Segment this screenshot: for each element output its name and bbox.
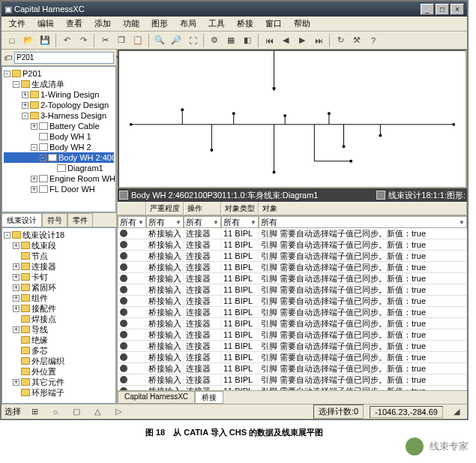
tree-item[interactable]: +2-Topology Design — [4, 100, 114, 110]
tab-线束设计[interactable]: 线束设计 — [1, 213, 42, 227]
config-icon[interactable]: ⚒ — [349, 33, 364, 48]
new-icon[interactable]: □ — [4, 33, 19, 48]
tree-item[interactable]: Diagram1 — [4, 163, 114, 173]
tree-item[interactable]: +连接器 — [4, 261, 114, 272]
tree-item[interactable]: -Body WH 2:400(2) — [4, 152, 114, 163]
grid-row[interactable]: 桥接输入连接器11 BIPL引脚 需要自动选择端子值已同步。新值：true — [118, 296, 467, 307]
status-tool1-icon[interactable]: ⊞ — [27, 404, 42, 419]
expand-icon[interactable]: + — [31, 123, 37, 130]
menu-工具[interactable]: 工具 — [204, 17, 229, 31]
grid-row[interactable]: 桥接输入连接器11 BIPL引脚 需要自动选择端子值已同步。新值：true — [118, 329, 467, 341]
search-icon[interactable]: 🏷 — [3, 50, 13, 65]
status-tool3-icon[interactable]: ▢ — [69, 404, 84, 419]
grid-row[interactable]: 桥接输入连接器11 BIPL引脚 需要自动选择端子值已同步。新值：true — [118, 228, 467, 239]
expand-icon[interactable]: + — [13, 326, 19, 333]
zoom-out-icon[interactable]: 🔎 — [169, 33, 184, 48]
grid-body[interactable]: 桥接输入连接器11 BIPL引脚 需要自动选择端子值已同步。新值：true桥接输… — [118, 228, 467, 390]
grid-row[interactable]: 桥接输入连接器11 BIPL引脚 需要自动选择端子值已同步。新值：true — [118, 341, 467, 352]
status-tool4-icon[interactable]: △ — [90, 404, 105, 419]
copy-icon[interactable]: ❐ — [114, 33, 129, 48]
undo-icon[interactable]: ↶ — [59, 33, 74, 48]
tree-item[interactable]: -P201 — [4, 68, 114, 79]
expand-icon[interactable]: + — [31, 176, 37, 182]
save-icon[interactable]: 💾 — [37, 33, 52, 48]
tree-item[interactable]: 多芯 — [4, 345, 114, 356]
expand-icon[interactable]: - — [22, 113, 28, 119]
expand-icon[interactable]: + — [13, 379, 19, 386]
search-input[interactable] — [14, 52, 114, 64]
expand-icon[interactable]: - — [4, 232, 10, 239]
grid-row[interactable]: 桥接输入连接器11 BIPL引脚 需要自动选择端子值已同步。新值：true — [118, 239, 467, 251]
project-tree[interactable]: -P201-生成清单+1-Wiring Design+2-Topology De… — [1, 66, 116, 212]
minimize-button[interactable]: _ — [421, 4, 434, 15]
tree-item[interactable]: 环形端子 — [4, 387, 114, 398]
grid-row[interactable]: 桥接输入连接器11 BIPL引脚 需要自动选择端子值已同步。新值：true — [118, 374, 467, 386]
grid-row[interactable]: 桥接输入连接器11 BIPL引脚 需要自动选择端子值已同步。新值：true — [118, 262, 467, 273]
tree-item[interactable]: +其它元件 — [4, 377, 114, 387]
tree-item[interactable]: Body WH 1 — [4, 131, 114, 142]
design-tree[interactable]: -线束设计18+线束段节点+连接器+卡钉+紧固环+组件+接配件焊接点+导线绝缘多… — [1, 227, 116, 404]
fit-icon[interactable]: ⛶ — [185, 33, 200, 48]
refresh-icon[interactable]: ↻ — [333, 33, 348, 48]
expand-icon[interactable]: + — [13, 295, 19, 302]
grid-row[interactable]: 桥接输入连接器11 BIPL引脚 需要自动选择端子值已同步。新值：true — [118, 363, 467, 374]
cut-icon[interactable]: ✂ — [97, 33, 112, 48]
grid-filter-cell[interactable]: 所有▼ — [146, 216, 184, 228]
tab-零件[interactable]: 零件 — [67, 213, 93, 227]
grid-header-cell[interactable]: 对象类型 — [221, 202, 259, 215]
grid-row[interactable]: 桥接输入连接器11 BIPL引脚 需要自动选择端子值已同步。新值：true — [118, 307, 467, 318]
tree-item[interactable]: -3-Harness Design — [4, 110, 114, 121]
tree-item[interactable]: -线束设计18 — [4, 230, 114, 240]
dropdown-icon[interactable]: ▼ — [250, 219, 256, 226]
expand-icon[interactable]: + — [13, 284, 19, 291]
expand-icon[interactable]: - — [13, 81, 19, 88]
menu-图形[interactable]: 图形 — [147, 17, 172, 31]
tree-item[interactable]: 外位置 — [4, 366, 114, 377]
nav-last-icon[interactable]: ⏭ — [311, 33, 326, 48]
tree-item[interactable]: 焊接点 — [4, 314, 114, 324]
menu-文件[interactable]: 文件 — [4, 17, 30, 31]
redo-icon[interactable]: ↷ — [76, 33, 91, 48]
expand-icon[interactable]: + — [31, 186, 37, 193]
bottom-tab[interactable]: Capital HarnessXC — [118, 391, 195, 404]
tree-item[interactable]: 外层编织 — [4, 356, 114, 366]
tree-item[interactable]: +卡钉 — [4, 272, 114, 282]
expand-icon[interactable]: + — [13, 274, 19, 281]
tree-item[interactable]: +导线 — [4, 324, 114, 335]
menu-编辑[interactable]: 编辑 — [33, 17, 58, 31]
menu-窗口[interactable]: 窗口 — [261, 17, 286, 31]
zoom-in-icon[interactable]: 🔍 — [152, 33, 167, 48]
grid-filter-cell[interactable]: 所有▼ — [221, 216, 259, 228]
expand-icon[interactable]: + — [22, 102, 28, 109]
grid-row[interactable]: 桥接输入连接器11 BIPL引脚 需要自动选择端子值已同步。新值：true — [118, 251, 467, 262]
tree-item[interactable]: +Battery Cable — [4, 121, 114, 131]
grid-header-cell[interactable]: 对象 — [259, 202, 467, 215]
grid-row[interactable]: 桥接输入连接器11 BIPL引脚 需要自动选择端子值已同步。新值：true — [118, 273, 467, 284]
tree-item[interactable]: +1-Wiring Design — [4, 89, 114, 100]
open-icon[interactable]: 📂 — [21, 33, 36, 48]
tree-item[interactable]: -生成清单 — [4, 79, 114, 89]
tree-item[interactable]: 节点 — [4, 251, 114, 261]
tool2-icon[interactable]: ▦ — [223, 33, 238, 48]
expand-icon[interactable]: + — [13, 305, 19, 312]
paste-icon[interactable]: 📋 — [130, 33, 145, 48]
grid-filter-cell[interactable]: 所有▼ — [184, 216, 221, 228]
grid-row[interactable]: 桥接输入连接器11 BIPL引脚 需要自动选择端子值已同步。新值：true — [118, 284, 467, 296]
expand-icon[interactable]: - — [4, 71, 10, 77]
grid-header-cell[interactable] — [118, 202, 146, 215]
tool-icon[interactable]: ⚙ — [207, 33, 222, 48]
tree-item[interactable]: +线束段 — [4, 240, 114, 251]
menu-布局[interactable]: 布局 — [175, 17, 201, 31]
expand-icon[interactable]: + — [13, 242, 19, 249]
tool3-icon[interactable]: ◧ — [240, 33, 255, 48]
tree-item[interactable]: +组件 — [4, 293, 114, 303]
grid-header-cell[interactable]: 严重程度 — [146, 202, 184, 215]
menu-功能[interactable]: 功能 — [118, 17, 144, 31]
grid-filter-cell[interactable]: 所有▼ — [118, 216, 146, 228]
expand-icon[interactable]: + — [22, 92, 28, 98]
tree-item[interactable]: 绝缘 — [4, 335, 114, 345]
help-icon[interactable]: ? — [366, 33, 381, 48]
tree-item[interactable]: +FL Door WH — [4, 184, 114, 194]
dropdown-icon[interactable]: ▼ — [213, 219, 219, 226]
tree-item[interactable]: +Engine Room WH — [4, 173, 114, 184]
